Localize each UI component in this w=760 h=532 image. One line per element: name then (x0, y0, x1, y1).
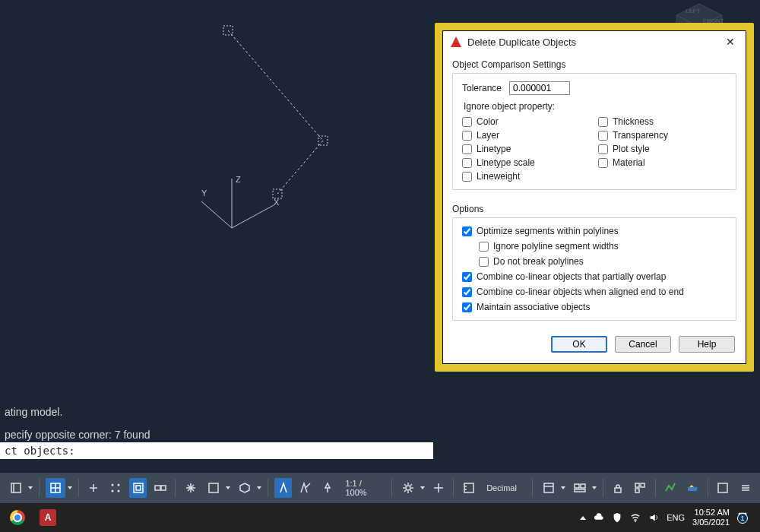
command-line[interactable]: ct objects: (0, 442, 433, 459)
check-associative[interactable]: Maintain associative objects (462, 302, 727, 312)
wifi-icon[interactable] (630, 512, 641, 523)
check-linetype[interactable]: Linetype (462, 144, 591, 154)
status-bar: 1:1 / 100% Decimal (0, 473, 760, 503)
ortho-toggle[interactable] (85, 478, 103, 498)
workspace-icon[interactable] (570, 478, 590, 498)
3d-osnap-menu[interactable] (235, 478, 255, 498)
check-color[interactable]: Color (462, 116, 591, 127)
dynamic-input-toggle[interactable] (151, 478, 169, 498)
graphics-performance-icon[interactable] (662, 478, 679, 498)
annotation-scale-icon[interactable] (318, 478, 336, 498)
security-icon[interactable] (612, 512, 622, 523)
isolate-objects-icon[interactable] (632, 478, 649, 498)
check-optimize[interactable]: Optimize segments within polylines (462, 226, 727, 236)
dialog-title: Delete Duplicate Objects (467, 36, 723, 48)
lock-ui-icon[interactable] (610, 478, 627, 498)
isodraft-toggle[interactable] (274, 478, 292, 498)
svg-line-3 (228, 30, 323, 141)
svg-text:Z: Z (236, 175, 241, 184)
ignore-property-label: Ignore object property: (464, 101, 727, 112)
svg-rect-29 (209, 483, 218, 492)
command-history: ating model. pecify opposite corner: 7 f… (0, 404, 258, 442)
units-readout[interactable]: Decimal (482, 483, 521, 492)
section-options: Options (443, 198, 746, 217)
help-button[interactable]: Help (679, 336, 735, 353)
model-space-toggle[interactable] (6, 478, 26, 498)
check-end-to-end[interactable]: Combine co-linear objects when aligned e… (462, 287, 727, 297)
svg-rect-39 (581, 484, 585, 488)
gear-icon[interactable] (398, 478, 418, 498)
isoplane-toggle[interactable] (296, 478, 314, 498)
check-overlap[interactable]: Combine co-linear objects that partially… (462, 271, 727, 282)
windows-taskbar: A ENG 10:52 AM 3/05/2021 1 (0, 503, 760, 532)
osnap-menu[interactable] (204, 478, 223, 498)
check-thickness[interactable]: Thickness (598, 116, 727, 127)
plus-icon[interactable] (429, 478, 447, 498)
dialog-highlight-frame: Delete Duplicate Objects ✕ Object Compar… (435, 23, 754, 372)
check-material[interactable]: Material (598, 157, 727, 168)
hardware-accel-icon[interactable] (684, 478, 701, 498)
tolerance-label: Tolerance (462, 83, 502, 93)
taskbar-app-chrome[interactable] (5, 506, 30, 529)
svg-text:Y: Y (201, 188, 207, 198)
svg-rect-46 (718, 483, 727, 492)
grid-toggle[interactable] (46, 478, 65, 498)
taskbar-clock[interactable]: 10:52 AM 3/05/2021 (692, 508, 730, 527)
check-transparency[interactable]: Transparency (598, 130, 727, 141)
tolerance-input[interactable] (509, 81, 570, 95)
svg-rect-36 (544, 483, 553, 492)
svg-rect-38 (575, 484, 579, 488)
tray-overflow-icon[interactable] (580, 516, 586, 520)
svg-rect-25 (134, 483, 143, 492)
svg-point-30 (406, 486, 410, 490)
polar-toggle[interactable] (129, 478, 147, 498)
section-object-comparison: Object Comparison Settings (443, 53, 746, 73)
ok-button[interactable]: OK (551, 336, 607, 353)
clean-screen-icon[interactable] (714, 478, 732, 498)
snap-toggle[interactable] (107, 478, 125, 498)
svg-rect-26 (136, 486, 141, 490)
check-ltscale[interactable]: Linetype scale (462, 157, 591, 168)
check-layer[interactable]: Layer (462, 130, 591, 141)
svg-rect-43 (641, 483, 644, 487)
svg-rect-44 (635, 489, 639, 492)
language-indicator[interactable]: ENG (667, 513, 685, 522)
svg-rect-33 (464, 483, 473, 492)
check-lineweight[interactable]: Lineweight (462, 171, 591, 182)
svg-text:LEFT: LEFT (686, 8, 701, 14)
cancel-button[interactable]: Cancel (615, 336, 671, 353)
svg-text:X: X (274, 198, 280, 207)
svg-rect-27 (155, 486, 160, 490)
svg-rect-42 (635, 483, 639, 487)
units-icon[interactable] (460, 478, 477, 498)
delete-duplicates-dialog: Delete Duplicate Objects ✕ Object Compar… (442, 30, 746, 364)
customization-menu-icon[interactable] (736, 478, 754, 498)
svg-point-23 (112, 490, 114, 492)
svg-line-8 (232, 205, 274, 228)
svg-rect-41 (615, 488, 621, 492)
notifications-icon[interactable]: 1 (737, 511, 748, 524)
quick-properties-icon[interactable] (539, 478, 559, 498)
check-plotstyle[interactable]: Plot style (598, 144, 727, 154)
taskbar-app-autocad[interactable]: A (35, 506, 61, 529)
dialog-close-button[interactable]: ✕ (723, 36, 738, 48)
svg-rect-45 (688, 487, 697, 491)
svg-point-22 (118, 484, 120, 486)
svg-point-24 (118, 490, 120, 492)
check-ignore-widths[interactable]: Ignore polyline segment widths (479, 241, 727, 252)
onedrive-icon[interactable] (594, 512, 604, 523)
pan-button[interactable] (182, 478, 199, 498)
svg-point-50 (635, 521, 636, 522)
svg-rect-40 (575, 489, 585, 492)
svg-line-9 (201, 201, 232, 228)
ucs-icon: X Y Z (201, 175, 293, 251)
autocad-logo-icon (451, 36, 461, 47)
zoom-readout[interactable]: 1:1 / 100% (340, 479, 385, 497)
svg-point-21 (112, 484, 114, 486)
svg-rect-14 (11, 483, 21, 492)
svg-rect-28 (161, 486, 166, 490)
check-no-break[interactable]: Do not break polylines (479, 256, 727, 267)
volume-icon[interactable] (648, 512, 659, 523)
